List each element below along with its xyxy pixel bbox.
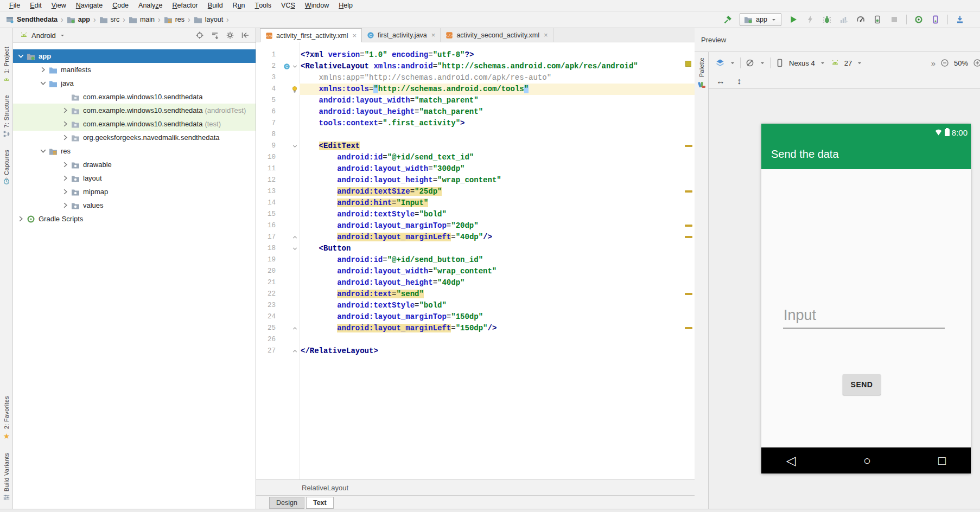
menu-file[interactable]: File	[4, 0, 25, 11]
chevron-right-icon[interactable]	[61, 188, 69, 196]
orientation-icon[interactable]	[745, 58, 755, 68]
tree-item-manifests[interactable]: manifests	[13, 63, 256, 76]
warning-stripe-mark[interactable]	[685, 327, 692, 329]
breadcrumb-app[interactable]: app	[67, 15, 90, 24]
tree-item-res[interactable]: res	[13, 144, 256, 158]
chevron-right-icon[interactable]	[61, 120, 69, 129]
chevron-down-icon[interactable]	[39, 79, 47, 88]
code-line-4[interactable]: 4 xmlns:tools="http://schemas.android.co…	[256, 84, 695, 95]
project-view-selector[interactable]: Android	[31, 31, 56, 40]
code-line-19[interactable]: 19 android:id="@+id/send_button_id"	[256, 254, 695, 266]
tool-button-7-structure[interactable]: 7: Structure	[3, 95, 10, 137]
code-line-9[interactable]: 9 <EditText	[256, 140, 695, 152]
code-line-6[interactable]: 6 android:layout_height="match_parent"	[256, 106, 695, 118]
class-badge-icon[interactable]: C	[283, 63, 290, 70]
menu-code[interactable]: Code	[107, 0, 133, 11]
fold-close-icon[interactable]	[291, 234, 298, 241]
profile-button[interactable]	[839, 15, 849, 24]
device-screen[interactable]: 8:00 Send the data Input SEND ◁ ○ □	[761, 124, 971, 473]
code-line-25[interactable]: 25 android:layout_marginLeft="150dp"/>	[256, 323, 695, 334]
zoom-level[interactable]: 50%	[954, 59, 968, 67]
breadcrumb-sendthedata[interactable]: Sendthedata	[5, 15, 58, 24]
tree-item-mipmap[interactable]: mipmap	[13, 185, 256, 199]
zoom-out-icon[interactable]	[940, 58, 950, 68]
debug-button[interactable]	[822, 15, 832, 24]
code-line-7[interactable]: 7 tools:context=".first_activity">	[256, 118, 695, 129]
code-line-23[interactable]: 23 android:textStyle="bold"	[256, 300, 695, 311]
code-line-17[interactable]: 17 android:layout_marginLeft="40dp"/>	[256, 232, 695, 243]
chevron-right-icon[interactable]	[61, 161, 69, 169]
fold-close-icon[interactable]	[291, 325, 298, 332]
chevron-right-icon[interactable]	[39, 66, 47, 74]
code-line-10[interactable]: 10 android:id="@+id/send_text_id"	[256, 152, 695, 163]
code-line-15[interactable]: 15 android:textStyle="bold"	[256, 209, 695, 220]
chevron-right-icon[interactable]	[61, 174, 69, 183]
tree-item-java[interactable]: java	[13, 76, 256, 90]
menu-build[interactable]: Build	[203, 0, 228, 11]
settings-button[interactable]	[225, 30, 235, 40]
collapse-all-button[interactable]	[210, 30, 220, 40]
breadcrumb-res[interactable]: res	[164, 15, 184, 24]
close-icon[interactable]: ×	[431, 31, 436, 39]
close-icon[interactable]: ×	[352, 31, 357, 40]
code-editor[interactable]: 1<?xml version="1.0" encoding="utf-8"?>2…	[256, 42, 695, 479]
menu-help[interactable]: Help	[334, 0, 358, 11]
sdk-manager-button[interactable]	[931, 15, 940, 24]
menu-view[interactable]: View	[47, 0, 71, 11]
code-line-5[interactable]: 5 android:layout_width="match_parent"	[256, 95, 695, 106]
tree-item-com-example-windows10-sendthedata[interactable]: com.example.windows10.sendthedata(androi…	[13, 104, 256, 117]
tool-button-captures[interactable]: Captures	[3, 150, 10, 185]
menu-run[interactable]: Run	[228, 0, 250, 11]
code-line-18[interactable]: 18 <Button	[256, 243, 695, 254]
tree-item-com-example-windows10-sendthedata[interactable]: com.example.windows10.sendthedata(test)	[13, 117, 256, 131]
code-line-22[interactable]: 22 android:text="send"	[256, 289, 695, 300]
warning-stripe-mark[interactable]	[685, 145, 692, 147]
api-selector[interactable]: 27	[844, 59, 852, 67]
tree-item-org-geeksforgeeks-navedmalik-sendthedata[interactable]: org.geeksforgeeks.navedmalik.sendthedata	[13, 131, 256, 144]
code-line-8[interactable]: 8	[256, 129, 695, 140]
stop-button[interactable]	[889, 15, 899, 24]
chevron-right-icon[interactable]	[61, 201, 69, 210]
code-line-11[interactable]: 11 android:layout_width="300dp"	[256, 163, 695, 175]
zoom-in-icon[interactable]	[972, 58, 980, 68]
run-button[interactable]	[788, 15, 798, 24]
mode-tab-text[interactable]: Text	[306, 497, 334, 509]
match-width-icon[interactable]: ↔	[716, 76, 725, 86]
attach-debugger-button[interactable]	[873, 15, 882, 24]
chevron-right-icon[interactable]	[61, 106, 69, 115]
menu-vcs[interactable]: VCS	[276, 0, 300, 11]
menu-window[interactable]: Window	[300, 0, 334, 11]
close-icon[interactable]: ×	[544, 31, 548, 39]
code-line-21[interactable]: 21 android:layout_height="40dp"	[256, 277, 695, 289]
warning-stripe-mark[interactable]	[685, 293, 692, 295]
chevron-down-icon[interactable]	[856, 60, 863, 66]
warning-stripe-mark[interactable]	[685, 225, 692, 227]
send-button[interactable]: SEND	[843, 374, 881, 395]
chevron-down-icon[interactable]	[59, 32, 66, 39]
apply-changes-button[interactable]	[805, 15, 815, 24]
editor-tab-activity-first-activity-xml[interactable]: </>activity_first_activity.xml×	[260, 28, 362, 42]
code-line-20[interactable]: 20 android:layout_width="wrap_content"	[256, 266, 695, 277]
tree-item-layout[interactable]: layout	[13, 171, 256, 185]
palette-tab[interactable]: Palette	[698, 57, 705, 77]
fold-open-icon[interactable]	[291, 63, 298, 70]
tree-item-drawable[interactable]: drawable	[13, 158, 256, 171]
editor-tab-activity-second-activity-xml[interactable]: </>activity_second_activity.xml×	[441, 28, 553, 42]
locate-button[interactable]	[195, 30, 205, 40]
warning-stripe-mark[interactable]	[685, 236, 692, 238]
tool-button-1-project[interactable]: 1: Project	[3, 47, 10, 83]
tree-item-app[interactable]: app	[13, 49, 256, 63]
menu-analyze[interactable]: Analyze	[133, 0, 167, 11]
code-line-27[interactable]: 27</RelativeLayout>	[256, 345, 695, 357]
code-line-16[interactable]: 16 android:layout_marginTop="20dp"	[256, 220, 695, 232]
chevron-down-icon[interactable]	[819, 60, 826, 66]
layers-icon[interactable]	[715, 58, 725, 68]
code-line-24[interactable]: 24 android:layout_marginTop="150dp"	[256, 311, 695, 323]
warning-stripe-mark[interactable]	[685, 190, 692, 193]
fold-close-icon[interactable]	[291, 348, 298, 355]
mode-tab-design[interactable]: Design	[269, 497, 304, 509]
menu-navigate[interactable]: Navigate	[71, 0, 107, 11]
tree-item-com-example-windows10-sendthedata[interactable]: com.example.windows10.sendthedata	[13, 90, 256, 104]
profiler-button[interactable]	[856, 15, 866, 24]
updates-button[interactable]	[955, 15, 965, 24]
